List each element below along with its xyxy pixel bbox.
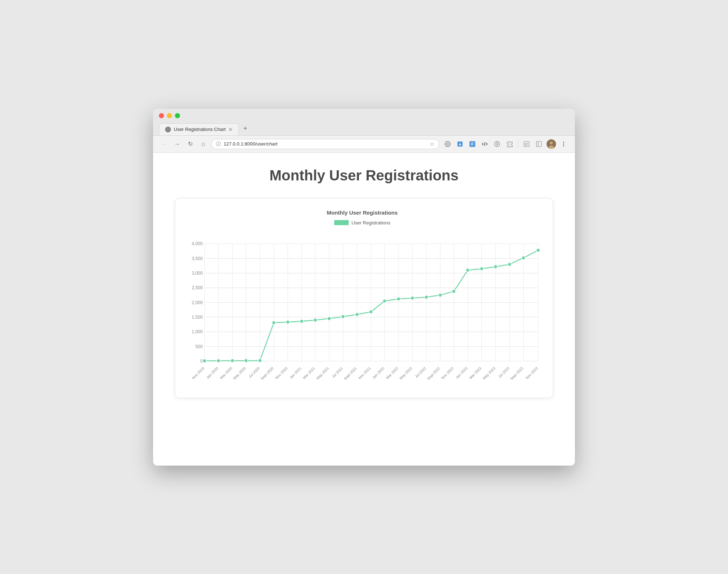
svg-text:F: F: [471, 142, 473, 146]
svg-point-76: [341, 315, 345, 318]
code-icon[interactable]: [479, 139, 490, 150]
chart-container: Monthly User Registrations User Registra…: [175, 198, 553, 398]
svg-text:Jan 2023: Jan 2023: [455, 366, 468, 379]
reload-button[interactable]: ↻: [185, 139, 195, 149]
svg-text:Sept 2023: Sept 2023: [509, 366, 524, 381]
svg-point-68: [231, 359, 234, 362]
svg-text:3,000: 3,000: [192, 270, 203, 275]
svg-text:Mar 2020: Mar 2020: [219, 366, 233, 380]
sidebar-icon[interactable]: [533, 139, 544, 150]
svg-point-21: [563, 143, 564, 144]
puzzle-icon[interactable]: [504, 139, 515, 150]
browser-toolbar: ← → ↻ ⌂ ⓘ ☆: [153, 136, 575, 153]
extensions-icon[interactable]: [442, 139, 453, 150]
page-title: Monthly User Registrations: [175, 167, 553, 184]
svg-point-71: [272, 321, 276, 324]
svg-point-84: [452, 289, 456, 293]
svg-point-10: [496, 143, 498, 144]
url-input[interactable]: [224, 141, 427, 147]
svg-text:Sept 2021: Sept 2021: [343, 366, 358, 381]
svg-text:Mar 2023: Mar 2023: [468, 366, 482, 380]
svg-point-89: [521, 256, 525, 259]
svg-point-83: [439, 293, 442, 297]
active-tab[interactable]: User Registrations Chart ✕: [159, 123, 239, 135]
svg-text:Mar 2022: Mar 2022: [385, 366, 399, 380]
svg-point-80: [397, 297, 400, 300]
svg-text:2,000: 2,000: [192, 300, 203, 305]
legend-label: User Registrations: [352, 220, 391, 226]
svg-point-18: [550, 141, 553, 144]
svg-text:1,500: 1,500: [192, 314, 203, 319]
traffic-lights: [159, 113, 569, 118]
minimize-traffic-light[interactable]: [167, 113, 172, 118]
svg-text:0: 0: [200, 358, 203, 363]
password-icon[interactable]: [492, 139, 503, 150]
svg-point-75: [327, 316, 331, 320]
svg-text:Jul 2023: Jul 2023: [497, 366, 510, 379]
svg-point-67: [217, 359, 220, 362]
svg-text:Nov 2019: Nov 2019: [191, 366, 205, 380]
svg-line-8: [484, 142, 485, 146]
svg-rect-11: [524, 141, 529, 147]
svg-point-9: [495, 141, 500, 147]
svg-text:3,500: 3,500: [192, 256, 203, 261]
tabs-row: User Registrations Chart ✕ +: [159, 122, 569, 135]
svg-point-87: [494, 265, 497, 268]
svg-point-73: [300, 319, 304, 323]
svg-text:4,000: 4,000: [192, 241, 203, 246]
chart-area: 4,000 3,500 3,000 2,500 2,000 1,500 1,00…: [179, 233, 545, 387]
security-icon: ⓘ: [216, 141, 221, 147]
forward-button[interactable]: →: [172, 139, 182, 149]
devtools-icon[interactable]: F: [467, 139, 478, 150]
svg-rect-15: [536, 141, 541, 147]
svg-text:Jul 2021: Jul 2021: [331, 366, 344, 379]
back-button[interactable]: ←: [159, 139, 169, 149]
svg-point-72: [286, 320, 289, 324]
svg-text:Nov 2022: Nov 2022: [440, 366, 455, 380]
svg-text:Sept 2020: Sept 2020: [260, 366, 275, 381]
svg-point-70: [258, 359, 262, 362]
svg-point-69: [244, 359, 248, 362]
svg-text:May 2022: May 2022: [399, 366, 413, 380]
bookmark-icon[interactable]: ☆: [430, 141, 435, 147]
svg-point-81: [411, 296, 414, 300]
download-icon[interactable]: [455, 139, 465, 150]
close-traffic-light[interactable]: [159, 113, 164, 118]
svg-text:Nov 2020: Nov 2020: [275, 366, 289, 380]
browser-window: User Registrations Chart ✕ + ← → ↻ ⌂ ⓘ ☆: [153, 109, 575, 466]
svg-text:May 2021: May 2021: [316, 366, 330, 380]
svg-text:500: 500: [195, 344, 203, 349]
tab-close-button[interactable]: ✕: [228, 127, 233, 132]
page-content: Monthly User Registrations Monthly User …: [153, 153, 575, 466]
menu-button[interactable]: [558, 139, 569, 150]
svg-text:Sept 2022: Sept 2022: [426, 366, 441, 381]
chart-title: Monthly User Registrations: [179, 210, 545, 216]
svg-text:Nov 2023: Nov 2023: [525, 366, 539, 380]
new-tab-button[interactable]: +: [239, 122, 252, 135]
svg-text:Jan 2020: Jan 2020: [205, 366, 219, 379]
tab-title: User Registrations Chart: [174, 127, 225, 132]
home-button[interactable]: ⌂: [198, 139, 208, 149]
svg-text:Jul 2020: Jul 2020: [248, 366, 261, 379]
svg-point-79: [383, 299, 386, 303]
maximize-traffic-light[interactable]: [175, 113, 180, 118]
svg-text:May 2023: May 2023: [482, 366, 496, 380]
svg-point-86: [480, 267, 484, 270]
save-page-icon[interactable]: [521, 139, 532, 150]
svg-text:May 2020: May 2020: [232, 366, 247, 380]
toolbar-divider: [518, 140, 518, 148]
legend-color-swatch: [334, 220, 349, 225]
svg-text:Jul 2022: Jul 2022: [414, 366, 427, 379]
svg-text:2,500: 2,500: [192, 285, 203, 290]
svg-point-90: [536, 248, 540, 252]
svg-text:1,000: 1,000: [192, 329, 203, 334]
address-bar[interactable]: ⓘ ☆: [211, 139, 439, 149]
browser-titlebar: User Registrations Chart ✕ +: [153, 109, 575, 136]
svg-point-85: [466, 268, 469, 272]
chart-legend: User Registrations: [179, 220, 545, 226]
svg-point-22: [563, 145, 564, 146]
svg-point-88: [508, 262, 511, 266]
user-avatar[interactable]: [546, 139, 557, 150]
svg-point-20: [563, 141, 564, 143]
svg-text:Mar 2021: Mar 2021: [302, 366, 316, 380]
